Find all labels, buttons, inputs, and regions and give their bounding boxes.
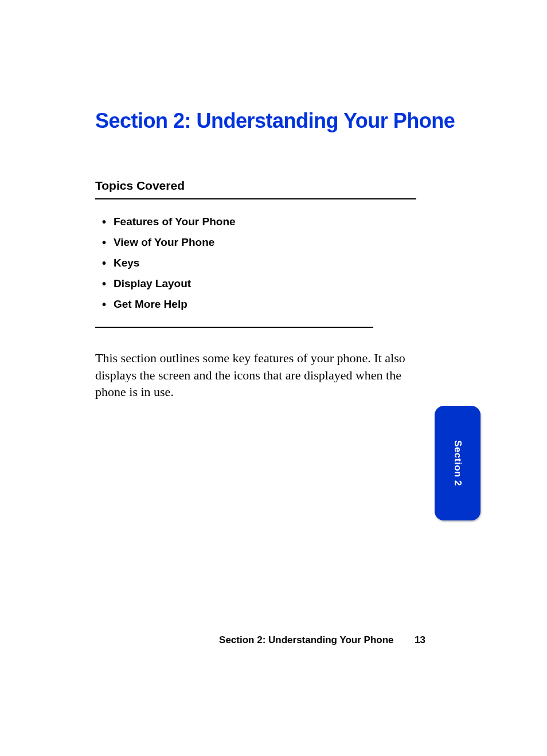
section-tab-label: Section 2 — [452, 440, 463, 486]
topic-item: Features of Your Phone — [102, 216, 458, 228]
topic-item: Display Layout — [102, 277, 458, 290]
topics-list: Features of Your Phone View of Your Phon… — [95, 216, 458, 311]
page-footer: Section 2: Understanding Your Phone 13 — [0, 634, 547, 646]
footer-page-number: 13 — [415, 634, 425, 645]
body-paragraph: This section outlines some key features … — [95, 350, 422, 401]
footer-section-text: Section 2: Understanding Your Phone — [219, 634, 393, 645]
topic-item: Get More Help — [102, 298, 458, 311]
page-content: Section 2: Understanding Your Phone Topi… — [0, 0, 547, 401]
divider-top — [95, 198, 416, 199]
section-tab: Section 2 — [435, 406, 480, 520]
topic-item: Keys — [102, 257, 458, 269]
divider-bottom — [95, 327, 373, 328]
section-title: Section 2: Understanding Your Phone — [95, 109, 458, 133]
topic-item: View of Your Phone — [102, 236, 458, 249]
topics-covered-heading: Topics Covered — [95, 179, 458, 193]
